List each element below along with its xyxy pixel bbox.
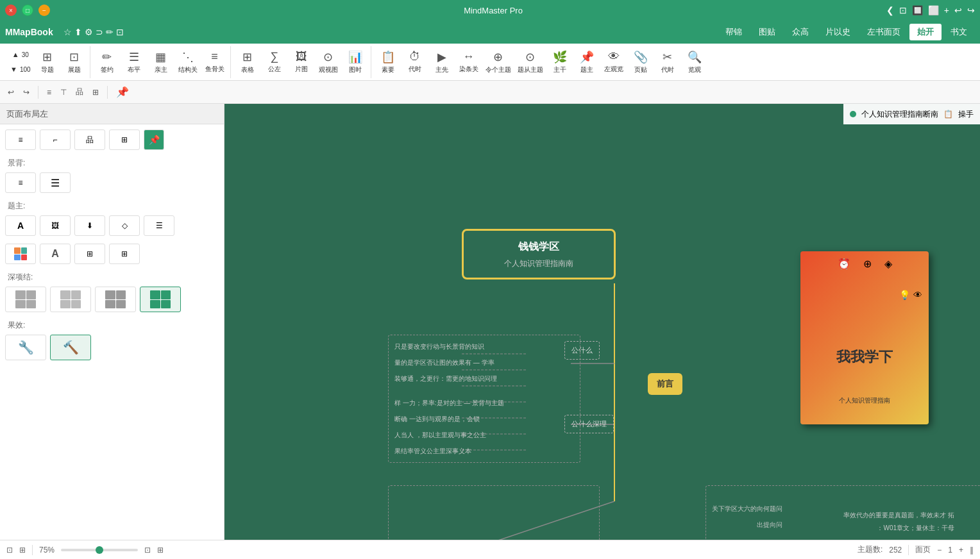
book-icons: ⏰ ⊕ ◈ — [838, 258, 892, 270]
layout-button[interactable]: ☰ 布平 — [121, 46, 147, 78]
zoom-down-button[interactable]: ▼ 100 — [8, 62, 33, 76]
deep-btn4[interactable] — [140, 287, 181, 312]
menu-icon-share[interactable]: ⊃ — [96, 27, 103, 37]
menu-tab-figure[interactable]: 图贴 — [751, 24, 783, 40]
timeline-button[interactable]: 📊 图时 — [342, 46, 368, 78]
deep-section: 深项结: — [5, 272, 219, 312]
menu-icon-edit[interactable]: ✏ — [106, 27, 114, 37]
theme-shape-btn[interactable]: ◇ — [109, 215, 140, 236]
window-controls[interactable]: × □ − — [5, 4, 50, 16]
fishbone-button[interactable]: ≡ 鱼骨关 — [202, 46, 228, 78]
theme-button[interactable]: ▦ 亲主 — [148, 46, 174, 78]
deep-btn2[interactable] — [50, 287, 91, 312]
effect-btn1[interactable]: 🔧 — [5, 335, 46, 360]
fishbone-icon: ≡ — [211, 50, 218, 63]
layout-btn-tree[interactable]: 品 — [74, 129, 105, 150]
pin-button[interactable]: 📌 — [144, 129, 164, 150]
fb-pin[interactable]: 📌 — [114, 85, 131, 99]
close-button[interactable]: × — [5, 4, 17, 16]
fb-node[interactable]: ⊤ — [58, 87, 69, 98]
titlebar-icon4[interactable]: ⬜ — [928, 5, 939, 15]
menu-tab-start[interactable]: 始开 — [909, 24, 942, 40]
fb-undo[interactable]: ↩ — [5, 87, 17, 98]
table-button[interactable]: ⊞ 表格 — [235, 46, 260, 78]
summary-button[interactable]: 📋 素要 — [375, 46, 401, 78]
titlebar-icon5[interactable]: + — [944, 5, 949, 15]
menu-tab-history[interactable]: 片以史 — [818, 24, 858, 40]
view-button[interactable]: 🔍 览观 — [682, 46, 707, 78]
color-grid1-btn[interactable]: ⊞ — [74, 244, 105, 264]
sticker-button[interactable]: 📎 页贴 — [628, 46, 654, 78]
grid-button[interactable]: ⊞ 导题 — [35, 46, 60, 78]
theme-menu-btn[interactable]: ☰ — [144, 215, 174, 236]
menu-tab-file[interactable]: 书文 — [943, 24, 975, 40]
overview-button[interactable]: 👁 左观览 — [601, 46, 627, 78]
layout-btn-corner[interactable]: ⌐ — [40, 129, 71, 150]
status-icon3[interactable]: ⊡ — [144, 546, 151, 555]
status-pipe[interactable]: ‖ — [970, 546, 974, 555]
status-page-plus[interactable]: + — [959, 546, 963, 555]
priority-button[interactable]: ▶ 主先 — [429, 46, 455, 78]
menu-icon-star[interactable]: ☆ — [63, 27, 72, 37]
zoom-slider[interactable] — [61, 549, 138, 551]
layout-btn-grid[interactable]: ⊞ — [109, 129, 140, 150]
menu-tab-help[interactable]: 帮锦 — [718, 24, 750, 40]
book-title: 我我学下 — [836, 347, 893, 367]
fb-redo[interactable]: ↪ — [21, 87, 32, 98]
fb-structure[interactable]: 品 — [73, 85, 86, 99]
zoom-up-button[interactable]: ▲ 30 — [8, 47, 33, 62]
zoom-thumb[interactable] — [96, 546, 103, 554]
sign-button[interactable]: ✏ 签约 — [94, 46, 120, 78]
branch-qianyan[interactable]: 前言 — [648, 373, 682, 395]
status-icon2[interactable]: ⊞ — [19, 546, 26, 555]
layout-btn-lines[interactable]: ≡ — [5, 129, 36, 150]
menu-icon-box[interactable]: ⊡ — [116, 27, 124, 37]
central-node[interactable]: 钱钱学区 个人知识管理指南南 — [462, 229, 616, 280]
status-icon1[interactable]: ⊡ — [6, 546, 13, 555]
titlebar-icon7[interactable]: ↪ — [967, 5, 975, 15]
fb-lines[interactable]: ≡ — [44, 87, 54, 98]
theme-image-btn[interactable]: 🖼 — [40, 215, 71, 236]
titlebar-icon3[interactable]: 🔲 — [912, 5, 923, 15]
titlebar-icon2[interactable]: ⊡ — [899, 5, 907, 15]
deep-label: 深项结: — [5, 272, 219, 283]
color-text-btn[interactable]: A — [40, 244, 71, 264]
time-button[interactable]: ✂ 代时 — [655, 46, 680, 78]
right-leaf2: 出提向问 — [757, 521, 782, 530]
minimize-button[interactable]: − — [38, 4, 50, 16]
image-button[interactable]: 🖼 片图 — [289, 46, 314, 78]
fb-grid[interactable]: ⊞ — [90, 87, 101, 98]
task-button[interactable]: ⏱ 代时 — [402, 46, 428, 78]
maintopic-button[interactable]: 📌 题主 — [574, 46, 600, 78]
left-panel-header: 页面布局左 — [0, 104, 224, 124]
structure-button[interactable]: ⋱ 结构关 — [175, 46, 201, 78]
color-grid2-btn[interactable]: ⊞ — [109, 244, 140, 264]
fromtopic-button[interactable]: ⊙ 题从主题 — [515, 46, 546, 78]
deep-btn1[interactable] — [5, 287, 46, 312]
theme-text-btn[interactable]: A — [5, 215, 36, 236]
bg-btn2[interactable]: ☰ — [40, 172, 71, 193]
relation-button[interactable]: ↔ 染条关 — [456, 46, 482, 78]
maximize-button[interactable]: □ — [22, 4, 33, 16]
menu-tab-pagelayout[interactable]: 左书面页 — [859, 24, 908, 40]
deep-btn3[interactable] — [95, 287, 136, 312]
titlebar-icon6[interactable]: ↩ — [954, 5, 962, 15]
canvas-action[interactable]: 操手 — [958, 109, 974, 120]
expand-button[interactable]: ⊡ 展题 — [62, 46, 87, 78]
status-page-minus[interactable]: − — [937, 546, 942, 555]
trunk-button[interactable]: 🌿 主干 — [547, 46, 573, 78]
gantt-button[interactable]: ⊙ 观视图 — [316, 46, 341, 78]
status-icon4[interactable]: ⊞ — [157, 546, 164, 555]
menu-icon-gear[interactable]: ⚙ — [85, 27, 93, 37]
menu-tab-high[interactable]: 众高 — [784, 24, 816, 40]
canvas-area[interactable]: 个人知识管理指南断南 📋 操手 钱钱学区 个人知 — [224, 104, 980, 540]
menu-icon-up[interactable]: ⬆ — [74, 27, 82, 37]
theme-down-btn[interactable]: ⬇ — [74, 215, 105, 236]
titlebar-icon1[interactable]: ❮ — [886, 5, 894, 15]
canvas-icon[interactable]: 📋 — [943, 110, 953, 119]
effect-btn2[interactable]: 🔨 — [50, 335, 91, 360]
bg-btn1[interactable]: ≡ — [5, 172, 36, 193]
subtopic-button[interactable]: ⊕ 令个主题 — [483, 46, 514, 78]
formula-button[interactable]: ∑ 公左 — [262, 46, 287, 78]
color-multi-btn[interactable] — [5, 244, 36, 264]
